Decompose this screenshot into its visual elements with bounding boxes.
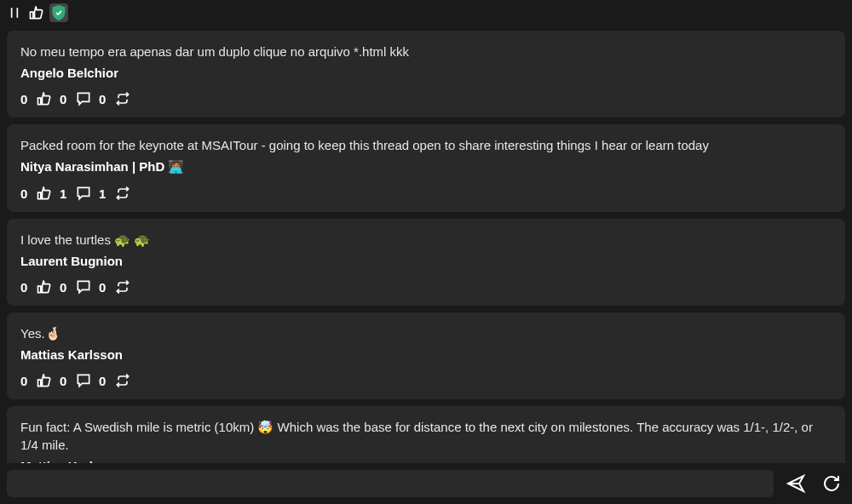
thumbs-up-icon [28, 4, 45, 21]
post[interactable]: Packed room for the keynote at MSAITour … [7, 124, 845, 212]
comment-count: 0 [99, 280, 107, 295]
up-count: 0 [60, 280, 68, 295]
comment-count: 1 [99, 186, 107, 201]
post-text: Yes.🤞🏻 [20, 324, 832, 342]
like-count: 0 [20, 186, 29, 201]
thumbs-up-icon[interactable] [36, 278, 53, 295]
post-text: I love the turtles 🐢 🐢 [20, 231, 832, 249]
like-count: 0 [20, 374, 29, 388]
like-count: 0 [20, 92, 29, 106]
post-actions: 0 0 0 [20, 90, 832, 107]
send-button[interactable] [782, 470, 809, 497]
post-author: Nitya Narasimhan | PhD 👩🏽‍💻 [20, 159, 832, 175]
pause-icon [6, 4, 23, 21]
post-actions: 0 1 1 [20, 185, 832, 202]
refresh-icon [821, 473, 842, 494]
comment-count: 0 [99, 374, 107, 388]
comment-icon[interactable] [75, 278, 92, 295]
post[interactable]: No meu tempo era apenas dar um duplo cli… [7, 31, 845, 117]
up-count: 0 [60, 374, 68, 388]
comment-icon[interactable] [75, 90, 92, 107]
post-author: Angelo Belchior [20, 66, 832, 80]
pause-button[interactable] [5, 3, 24, 22]
like-count: 0 [20, 280, 29, 295]
composer-bar [0, 463, 852, 504]
post-actions: 0 0 0 [20, 372, 832, 389]
comment-icon[interactable] [75, 185, 92, 202]
send-icon [786, 473, 806, 494]
thumbs-up-icon[interactable] [36, 372, 53, 389]
like-filter-button[interactable] [27, 3, 46, 22]
thumbs-up-icon[interactable] [36, 90, 53, 107]
top-toolbar [0, 0, 852, 26]
post[interactable]: Fun fact: A Swedish mile is metric (10km… [7, 406, 845, 463]
shield-check-icon [50, 4, 67, 21]
post-text: Fun fact: A Swedish mile is metric (10km… [20, 418, 832, 454]
post[interactable]: Yes.🤞🏻 Mattias Karlsson 0 0 0 [7, 312, 845, 399]
compose-input[interactable] [7, 470, 774, 497]
repost-icon[interactable] [114, 372, 131, 389]
post-text: Packed room for the keynote at MSAITour … [20, 136, 832, 154]
shield-filter-button[interactable] [49, 3, 68, 22]
up-count: 0 [60, 92, 68, 106]
refresh-button[interactable] [818, 470, 845, 497]
comment-icon[interactable] [75, 372, 92, 389]
comment-count: 0 [99, 92, 107, 106]
repost-icon[interactable] [114, 90, 131, 107]
post[interactable]: I love the turtles 🐢 🐢 Laurent Bugnion 0… [7, 219, 845, 306]
thumbs-up-icon[interactable] [36, 185, 53, 202]
post-author: Mattias Karlsson [20, 347, 832, 362]
repost-icon[interactable] [114, 185, 131, 202]
up-count: 1 [60, 186, 68, 201]
post-text: No meu tempo era apenas dar um duplo cli… [20, 43, 832, 60]
post-actions: 0 0 0 [20, 278, 832, 295]
post-feed: No meu tempo era apenas dar um duplo cli… [0, 26, 852, 463]
repost-icon[interactable] [114, 278, 131, 295]
post-author: Laurent Bugnion [20, 254, 832, 268]
